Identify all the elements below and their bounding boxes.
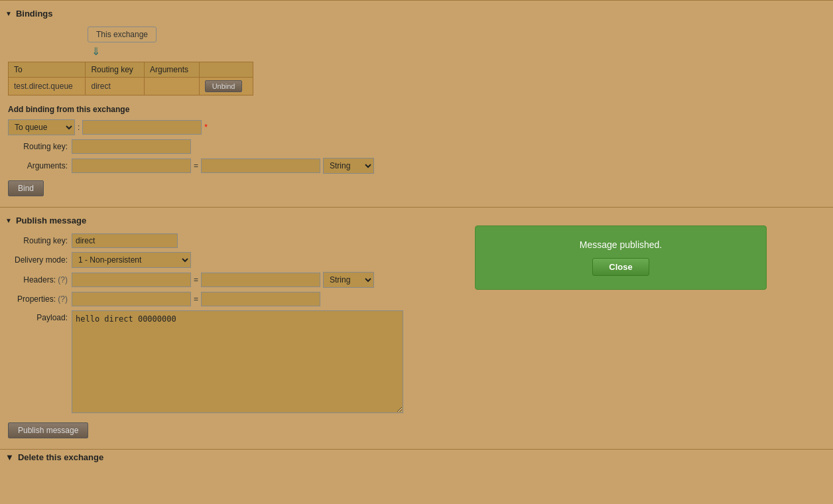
- arguments-type-select[interactable]: String Number Boolean: [323, 158, 374, 174]
- payload-label: Payload:: [8, 313, 68, 322]
- exchange-label-box: This exchange: [88, 27, 157, 42]
- binding-arguments: [144, 78, 199, 95]
- arguments-row: Arguments: = String Number Boolean: [8, 158, 825, 174]
- bindings-table: To Routing key Arguments test.direct.que…: [8, 62, 253, 95]
- headers-key-input[interactable]: [72, 273, 191, 287]
- bindings-section-content: This exchange ⇓ To Routing key Arguments…: [0, 21, 833, 202]
- down-arrow-icon: ⇓: [92, 45, 825, 58]
- properties-label: Properties: (?): [8, 294, 68, 304]
- payload-row: Payload: hello direct 00000000: [8, 310, 825, 413]
- unbind-button[interactable]: Unbind: [205, 80, 243, 92]
- queue-colon: :: [78, 123, 80, 132]
- binding-to: test.direct.queue: [9, 78, 86, 95]
- queue-type-group: To queue To exchange : *: [8, 119, 208, 135]
- col-header-routing-key: Routing key: [86, 62, 145, 78]
- routing-key-row: Routing key:: [8, 139, 825, 154]
- col-header-arguments: Arguments: [144, 62, 199, 78]
- properties-value-input[interactable]: [201, 292, 320, 306]
- bindings-collapse-arrow: ▼: [5, 10, 12, 17]
- binding-unbind-cell: Unbind: [199, 78, 253, 95]
- headers-value-input[interactable]: [201, 273, 320, 287]
- bindings-section: ▼ Bindings This exchange ⇓ To Routing ke…: [0, 0, 833, 207]
- col-header-to: To: [9, 62, 86, 78]
- queue-name-input[interactable]: [82, 120, 202, 135]
- headers-type-select[interactable]: String Number Boolean: [323, 272, 374, 288]
- arguments-label: Arguments:: [8, 161, 68, 170]
- routing-key-label: Routing key:: [8, 142, 68, 151]
- properties-row: Properties: (?) =: [8, 292, 825, 306]
- headers-equals: =: [194, 275, 198, 284]
- arguments-value-input[interactable]: [201, 158, 320, 173]
- required-indicator: *: [204, 123, 208, 132]
- publish-routing-key-label: Routing key:: [8, 236, 68, 245]
- col-header-action: [199, 62, 253, 78]
- delivery-mode-label: Delivery mode:: [8, 255, 68, 265]
- arguments-key-input[interactable]: [72, 158, 191, 173]
- delete-section-header[interactable]: ▼ Delete this exchange: [0, 449, 833, 465]
- delete-section-title: Delete this exchange: [18, 452, 103, 462]
- properties-equals: =: [194, 294, 198, 304]
- queue-type-select[interactable]: To queue To exchange: [8, 119, 75, 135]
- payload-textarea[interactable]: hello direct 00000000: [72, 310, 403, 413]
- publish-collapse-arrow: ▼: [5, 217, 12, 224]
- notification-popup: Message published. Close: [475, 225, 767, 290]
- publish-routing-key-input[interactable]: [72, 233, 178, 248]
- notification-close-button[interactable]: Close: [592, 258, 649, 276]
- routing-key-input[interactable]: [72, 139, 191, 154]
- notification-message: Message published.: [489, 239, 753, 250]
- publish-message-button[interactable]: Publish message: [8, 422, 88, 438]
- to-queue-row: To queue To exchange : *: [8, 119, 825, 135]
- bindings-section-header[interactable]: ▼ Bindings: [0, 6, 833, 21]
- delivery-mode-select[interactable]: 1 - Non-persistent 2 - Persistent: [72, 252, 191, 268]
- add-binding-title: Add binding from this exchange: [8, 105, 825, 114]
- headers-label: Headers: (?): [8, 275, 68, 284]
- exchange-label-text: This exchange: [96, 30, 148, 39]
- bindings-section-title: Bindings: [16, 9, 53, 19]
- binding-routing-key: direct: [86, 78, 145, 95]
- properties-key-input[interactable]: [72, 292, 191, 306]
- delete-collapse-arrow: ▼: [5, 452, 14, 462]
- publish-section-title: Publish message: [16, 216, 86, 225]
- arguments-equals: =: [194, 161, 198, 170]
- bind-button[interactable]: Bind: [8, 180, 44, 196]
- table-row: test.direct.queue direct Unbind: [9, 78, 253, 95]
